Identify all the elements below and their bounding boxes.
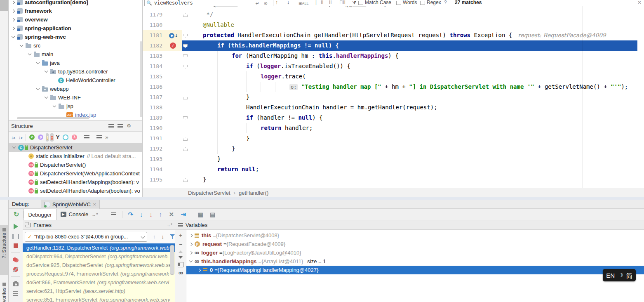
move-up-icon[interactable] <box>179 250 183 253</box>
gutter-icon-cell[interactable]: ✓ <box>167 40 182 51</box>
gutter-icon-cell[interactable] <box>167 102 182 113</box>
tree-item[interactable]: src <box>9 41 142 50</box>
structure-item[interactable]: static class initializer// Load default … <box>9 152 142 160</box>
code-content[interactable]: protected HandlerExecutionChain getHandl… <box>182 30 637 40</box>
method-entry-icon[interactable] <box>169 33 174 38</box>
gutter-icon-cell[interactable] <box>167 71 182 82</box>
variable-row[interactable]: this= {DispatcherServlet@4008} <box>186 231 644 240</box>
search-history-icon[interactable]: ↵ <box>256 1 259 6</box>
line-number[interactable]: 1192 <box>143 144 167 154</box>
gutter-icon-cell[interactable] <box>167 144 182 154</box>
gutter-icon-cell[interactable] <box>167 9 182 20</box>
code-content[interactable]: return null; <box>182 164 637 175</box>
tree-item[interactable]: framework <box>9 7 142 15</box>
tree-item[interactable]: WEB-INF <box>9 93 142 102</box>
line-number[interactable]: 1195 <box>143 175 167 185</box>
code-content[interactable]: } <box>182 154 637 164</box>
fold-close-icon[interactable] <box>183 13 188 17</box>
code-content[interactable]: if (handler != null) { <box>182 113 637 123</box>
fold-open-icon[interactable] <box>183 34 188 38</box>
code-content[interactable]: if (logger.isTraceEnabled()) { <box>182 61 637 71</box>
code-line[interactable]: 1182✓if (this.handlerMappings != null) { <box>143 40 637 51</box>
structure-item[interactable]: setDetectAllHandlerAdapters(boolean): vo <box>9 186 142 195</box>
fold-close-icon[interactable] <box>183 147 188 151</box>
line-number[interactable]: 1179 <box>143 9 167 20</box>
project-horizontal-scrollbar[interactable] <box>17 117 89 119</box>
code-line[interactable]: 1195} <box>143 175 637 185</box>
line-number[interactable]: 1187 <box>143 92 167 102</box>
dump-threads-icon[interactable] <box>13 291 18 296</box>
fold-close-icon[interactable] <box>183 178 188 182</box>
chevron-collapsed-icon[interactable] <box>12 0 15 4</box>
code-line[interactable]: 1189if (handler != null) { <box>143 113 637 123</box>
line-number[interactable]: 1182 <box>143 40 167 51</box>
chevron-expanded-icon[interactable] <box>45 69 48 73</box>
line-number[interactable]: 1188 <box>143 102 167 113</box>
chevron-expanded-icon[interactable] <box>36 61 40 64</box>
chevron-collapsed-icon[interactable] <box>197 268 201 271</box>
show-interfaces-icon[interactable] <box>63 134 68 140</box>
gutter-icon-cell[interactable] <box>167 133 182 144</box>
words-checkbox[interactable] <box>396 1 401 5</box>
line-number[interactable]: 1183 <box>143 51 167 61</box>
gutter-icon-cell[interactable]: ↓ <box>167 30 182 40</box>
code-content[interactable]: o: "Testing handler map [" + hm + "] in … <box>182 82 637 92</box>
close-find-icon[interactable]: ✕ <box>637 0 642 5</box>
code-content[interactable]: } <box>182 175 637 185</box>
tab-debugger[interactable]: Debugger <box>24 209 56 220</box>
chevron-expanded-icon[interactable] <box>53 104 56 107</box>
variable-row[interactable]: oothis.handlerMappings= {ArrayList@4011}… <box>186 257 644 266</box>
thread-dropdown[interactable]: ✓ "http-bio-8080-exec-3"@4,006 in group.… <box>25 232 147 242</box>
close-session-icon[interactable]: ✕ <box>93 202 96 207</box>
editor[interactable]: 🔍 viewResolvers ↵ ⊗ ↑ ↓ ▣ALL ⎸II II ⎕II … <box>142 0 644 197</box>
stack-frame-row[interactable]: doGet:866, FrameworkServlet(org.springfr… <box>23 278 175 287</box>
stack-frame-row[interactable]: getHandler:1182, DispatcherServlet(org.s… <box>23 243 175 252</box>
gutter-icon-cell[interactable] <box>167 175 182 185</box>
code-line[interactable]: 1188HandlerExecutionChain handler = hm.g… <box>143 102 637 113</box>
step-into-icon[interactable]: ↓ <box>140 211 143 218</box>
code-line[interactable]: 1187} <box>143 92 637 102</box>
evaluate-expression-icon[interactable]: ▦ <box>198 211 203 218</box>
regex-help-icon[interactable]: ? <box>444 0 447 5</box>
words-label[interactable]: Words <box>403 0 417 5</box>
sort-by-visibility-icon[interactable]: ↓a <box>11 135 15 140</box>
code-line[interactable]: 1192} <box>143 144 637 154</box>
stack-frame-row[interactable]: service:851, FrameworkServlet(org.spring… <box>23 295 175 302</box>
chevron-expanded-icon[interactable] <box>36 87 40 90</box>
restore-layout-icon[interactable] <box>178 262 183 267</box>
code-line[interactable]: 1190return handler; <box>143 123 637 133</box>
code-content[interactable]: } <box>182 144 637 154</box>
structure-collapse-all-icon[interactable] <box>96 135 102 139</box>
toggle-in-selection-icon[interactable]: ⎸II <box>316 0 324 5</box>
gear-icon[interactable]: ⚙ <box>127 123 131 129</box>
chevron-expanded-icon[interactable] <box>20 43 23 47</box>
fold-open-icon[interactable] <box>183 116 188 120</box>
toolwindow-button-favorites[interactable]: 2: Favorites <box>0 281 8 302</box>
gutter-icon-cell[interactable] <box>167 61 182 71</box>
stack-frame-row[interactable]: processRequest:974, FrameworkServlet(org… <box>23 269 175 278</box>
step-out-icon[interactable]: ↑ <box>159 211 162 218</box>
line-number[interactable]: 1194 <box>143 164 167 175</box>
tree-item[interactable]: autoconfiguration [demo] <box>9 0 142 7</box>
toggle-in-comments-icon[interactable]: II <box>329 0 332 5</box>
gutter-icon-cell[interactable] <box>167 82 182 92</box>
ime-indicator[interactable]: EN ☽ 简 <box>603 269 636 281</box>
collapsed-toolwindow-block[interactable] <box>0 0 8 11</box>
rerun-icon[interactable]: ↻ <box>14 210 19 218</box>
next-occurrence-icon[interactable]: ↓ <box>287 0 289 5</box>
regex-label[interactable]: Regex <box>427 0 441 5</box>
gutter-icon-cell[interactable] <box>167 92 182 102</box>
layout-menu-icon[interactable] <box>111 212 116 216</box>
chevron-collapsed-icon[interactable] <box>12 9 15 12</box>
structure-expand-all-icon[interactable] <box>84 135 89 139</box>
toggle-in-literals-icon[interactable]: ⎕II <box>340 0 346 5</box>
tab-console[interactable]: ▶ Console →* <box>56 209 102 220</box>
chevron-expanded-icon[interactable] <box>12 145 16 149</box>
gutter-icon-cell[interactable] <box>167 6 182 9</box>
code-line[interactable]: 1183for (HandlerMapping hm : this.handle… <box>143 51 637 61</box>
fold-close-icon[interactable] <box>183 137 188 141</box>
code-line[interactable]: 1186o: "Testing handler map [" + hm + "]… <box>143 82 637 92</box>
previous-occurrence-icon[interactable]: ↑ <box>275 0 278 5</box>
tree-item[interactable]: top.fjy8018.controller <box>9 67 142 76</box>
show-non-public-toggle[interactable]: ▪ <box>50 133 53 142</box>
